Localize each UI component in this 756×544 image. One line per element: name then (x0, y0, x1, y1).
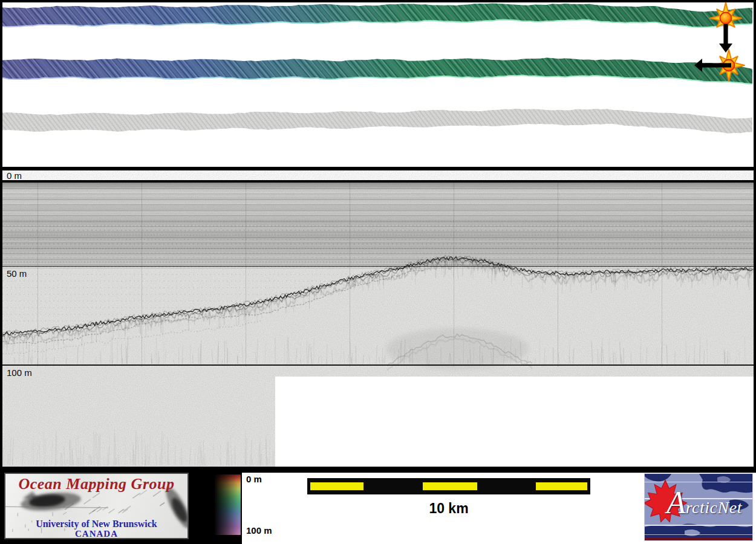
depth-label-0m: 0 m (7, 171, 22, 180)
depth-line-50m (2, 266, 754, 267)
ocean-mapping-group-logo: Ocean Mapping Group University of New Br… (4, 473, 189, 539)
subbottom-echogram-panel: 0 m 50 m 100 m (2, 170, 754, 467)
omg-title: Ocean Mapping Group (5, 475, 187, 493)
arcticnet-maroon-rule (645, 538, 752, 540)
colorbar-label-100m: 100 m (246, 525, 272, 536)
arcticnet-wordmark: ArcticNet (666, 487, 742, 519)
arcticnet-rest: rcticNet (686, 498, 742, 517)
depth-line-100m (2, 364, 754, 366)
map-scale-bar (307, 478, 590, 494)
swath-strips-canvas (2, 2, 754, 167)
scale-bar-label: 10 km (307, 500, 590, 517)
depth-colorbar (215, 474, 241, 535)
colorbar-label-0m: 0 m (246, 474, 262, 484)
ocean-mapping-figure: { "swath_panel": { "strips": [ {"name":"… (0, 0, 756, 544)
depth-label-100m: 100 m (7, 368, 32, 377)
omg-country: CANADA (5, 529, 187, 539)
no-data-cutout (275, 377, 754, 467)
depth-label-50m: 50 m (7, 269, 27, 278)
omg-university: University of New Brunswick (5, 519, 187, 529)
swath-strips-panel (2, 2, 754, 167)
scale-segment-yellow-3 (536, 482, 587, 490)
arcticnet-logo: ArcticNet (644, 473, 753, 541)
arcticnet-initial: A (666, 485, 686, 520)
scale-segment-yellow-1 (310, 482, 363, 490)
scale-segment-yellow-2 (423, 482, 477, 490)
swath-strip-paths (2, 2, 754, 167)
depth-line-0m (2, 180, 754, 183)
